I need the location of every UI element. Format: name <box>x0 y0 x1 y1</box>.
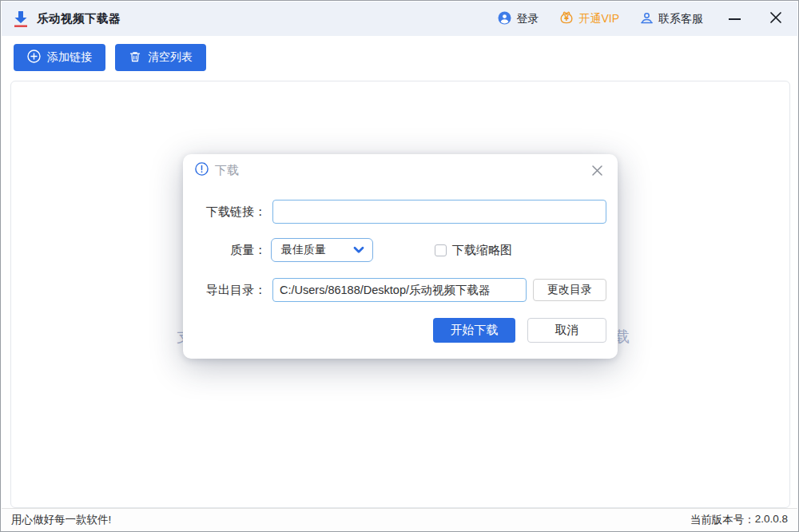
export-dir-input[interactable] <box>272 278 527 302</box>
cancel-button[interactable]: 取消 <box>527 318 606 343</box>
download-link-input[interactable] <box>272 200 606 224</box>
version-value: 2.0.0.8 <box>755 513 788 527</box>
circle-plus-icon <box>27 50 41 66</box>
vip-button[interactable]: ¥ 开通VIP <box>559 10 619 27</box>
toolbar: 添加链接 清空列表 <box>14 44 206 71</box>
download-dialog: 下载 下载链接： 质量： 最佳质量 下载缩略图 导出目录： 更改目录 开始下载 … <box>183 154 618 359</box>
add-link-label: 添加链接 <box>47 50 92 65</box>
trash-icon <box>129 50 141 66</box>
app-logo-download-icon <box>13 10 29 28</box>
minimize-button[interactable] <box>724 9 745 30</box>
download-thumbnail-label: 下载缩略图 <box>452 238 512 262</box>
download-thumbnail-checkbox[interactable] <box>435 244 447 256</box>
dialog-header: 下载 <box>183 154 618 186</box>
version-label: 当前版本号： <box>690 513 755 527</box>
svg-text:¥: ¥ <box>565 15 570 22</box>
dialog-title: 下载 <box>215 163 239 178</box>
dialog-close-button[interactable] <box>588 161 606 179</box>
export-dir-label: 导出目录： <box>183 278 266 302</box>
change-dir-button[interactable]: 更改目录 <box>533 279 606 301</box>
quality-select-value: 最佳质量 <box>281 243 326 257</box>
slogan-text: 用心做好每一款软件! <box>11 513 111 527</box>
clear-list-button[interactable]: 清空列表 <box>115 44 206 71</box>
support-agent-icon <box>640 11 654 27</box>
minimize-icon <box>729 18 741 20</box>
info-circle-icon <box>195 162 209 179</box>
chevron-down-icon <box>353 246 364 254</box>
support-label: 联系客服 <box>658 12 703 26</box>
login-button[interactable]: 登录 <box>498 11 539 27</box>
titlebar: 乐动视频下载器 登录 ¥ <box>2 2 797 36</box>
add-link-button[interactable]: 添加链接 <box>14 44 105 71</box>
app-title: 乐动视频下载器 <box>37 11 121 26</box>
close-button[interactable] <box>765 9 786 30</box>
download-link-label: 下载链接： <box>183 200 266 224</box>
quality-select[interactable]: 最佳质量 <box>271 238 373 262</box>
login-label: 登录 <box>516 12 539 26</box>
app-window: 乐动视频下载器 登录 ¥ <box>0 0 799 532</box>
titlebar-actions: 登录 ¥ 开通VIP <box>498 9 786 30</box>
clear-list-label: 清空列表 <box>148 50 193 65</box>
contact-support-button[interactable]: 联系客服 <box>640 11 703 27</box>
start-download-button[interactable]: 开始下载 <box>433 318 515 343</box>
version-text: 当前版本号：2.0.0.8 <box>690 513 788 527</box>
money-bag-icon: ¥ <box>559 10 574 27</box>
quality-label: 质量： <box>183 238 266 262</box>
vip-label: 开通VIP <box>578 12 619 26</box>
close-icon <box>769 11 782 27</box>
statusbar: 用心做好每一款软件! 当前版本号：2.0.0.8 <box>2 508 797 530</box>
user-circle-icon <box>498 11 511 27</box>
